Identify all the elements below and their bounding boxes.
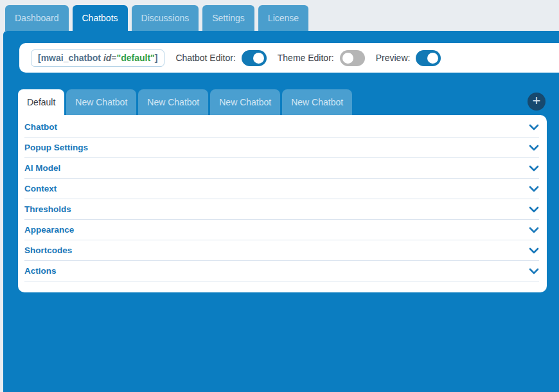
add-chatbot-button[interactable]: + — [528, 93, 546, 111]
chatbot-tab-default[interactable]: Default — [18, 89, 64, 115]
section-actions[interactable]: Actions — [24, 261, 539, 281]
chatbot-tab-new-4[interactable]: New Chatbot — [282, 89, 352, 115]
chevron-down-icon — [529, 247, 539, 254]
section-ai-model[interactable]: AI Model — [24, 158, 539, 179]
chevron-down-icon — [529, 186, 539, 192]
section-popup-settings[interactable]: Popup Settings — [24, 138, 539, 158]
section-chatbot[interactable]: Chatbot — [24, 117, 539, 138]
section-title: Popup Settings — [24, 143, 88, 152]
section-shortcodes[interactable]: Shortcodes — [24, 240, 539, 261]
shortcode-attr-value: "default" — [117, 53, 155, 63]
section-title: Context — [24, 184, 57, 193]
plugin-nav-tabs: Dashboard Chatbots Discussions Settings … — [5, 5, 308, 31]
section-context[interactable]: Context — [24, 179, 539, 199]
tab-settings[interactable]: Settings — [202, 5, 254, 31]
section-title: Appearance — [24, 225, 74, 235]
tab-license[interactable]: License — [258, 5, 308, 31]
shortcode-prefix: [mwai_chatbot — [38, 53, 103, 63]
toolbar: [mwai_chatbot id="default"] Chatbot Edit… — [19, 43, 559, 73]
section-thresholds[interactable]: Thresholds — [24, 199, 539, 220]
shortcode-close-bracket: ] — [155, 53, 158, 63]
shortcode-chip[interactable]: [mwai_chatbot id="default"] — [31, 49, 164, 67]
chevron-down-icon — [529, 124, 539, 130]
tab-chatbots[interactable]: Chatbots — [73, 5, 128, 31]
theme-editor-toggle[interactable] — [340, 50, 365, 66]
theme-editor-label: Theme Editor: — [278, 53, 334, 63]
tab-dashboard[interactable]: Dashboard — [5, 5, 69, 31]
plus-icon: + — [533, 94, 541, 108]
chevron-down-icon — [529, 227, 539, 233]
chatbot-tab-new-2[interactable]: New Chatbot — [138, 89, 208, 115]
preview-label: Preview: — [376, 53, 411, 63]
chatbot-editor-label: Chatbot Editor: — [175, 53, 235, 63]
chevron-down-icon — [529, 268, 539, 274]
section-title: Shortcodes — [24, 245, 72, 255]
chevron-down-icon — [529, 165, 539, 172]
chevron-down-icon — [529, 206, 539, 213]
section-title: AI Model — [24, 163, 60, 173]
chatbot-tab-bar: Default New Chatbot New Chatbot New Chat… — [18, 89, 352, 115]
chatbot-editor-toggle[interactable] — [242, 50, 267, 66]
preview-toggle[interactable] — [416, 50, 441, 66]
chatbot-tab-new-3[interactable]: New Chatbot — [210, 89, 280, 115]
chatbot-settings-panel: Chatbot Popup Settings AI Model Context … — [18, 115, 547, 292]
tab-discussions[interactable]: Discussions — [132, 5, 199, 31]
section-appearance[interactable]: Appearance — [24, 220, 539, 240]
shortcode-attr-name: id — [103, 53, 111, 63]
section-title: Chatbot — [24, 122, 57, 132]
section-title: Actions — [24, 266, 57, 276]
chevron-down-icon — [529, 145, 539, 151]
shortcode-equals: = — [111, 53, 116, 63]
section-title: Thresholds — [24, 204, 71, 214]
chatbot-tab-new-1[interactable]: New Chatbot — [66, 89, 136, 115]
